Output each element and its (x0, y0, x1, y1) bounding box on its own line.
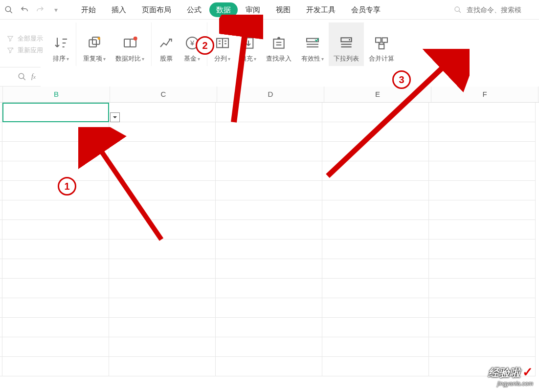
chevron-down-icon: ▾ (254, 56, 256, 62)
reapply-button[interactable]: 重新应用 (6, 46, 43, 55)
watermark: 经验啦✓ jingyanla.com (488, 365, 533, 387)
svg-rect-19 (273, 39, 284, 48)
duplicates-button[interactable]: 重复项▾ (78, 22, 111, 66)
menu-dropdown-icon[interactable]: ▾ (48, 2, 64, 18)
dropdownlist-button[interactable]: 下拉列表 (329, 22, 364, 66)
watermark-url: jingyanla.com (488, 380, 533, 387)
refresh-funnel-icon (6, 47, 15, 54)
chevron-down-icon: ▾ (321, 56, 324, 62)
cell-dropdown-toggle[interactable] (110, 112, 120, 122)
tab-devtools[interactable]: 开发工具 (298, 0, 343, 20)
chevron-down-icon: ▾ (228, 56, 230, 62)
formula-bar: fx (0, 67, 539, 87)
chevron-down-icon: ▾ (103, 56, 106, 62)
svg-point-6 (98, 37, 100, 40)
spreadsheet-grid[interactable] (0, 103, 539, 376)
compare-icon (122, 34, 138, 52)
fill-label: 填充 (240, 54, 253, 63)
dropdownlist-label: 下拉列表 (334, 54, 359, 63)
command-search-input[interactable] (466, 5, 536, 14)
validation-button[interactable]: 有效性▾ (296, 22, 329, 66)
watermark-title: 经验啦 (488, 367, 520, 379)
annotation-step-1: 1 (58, 177, 76, 196)
validation-label: 有效性 (301, 54, 320, 63)
menubar: ▾ 开始 插入 页面布局 公式 数据 审阅 视图 开发工具 会员专享 (0, 0, 539, 20)
svg-line-3 (459, 11, 461, 13)
formula-input[interactable] (41, 67, 539, 87)
lookup-button[interactable]: 查找录入 (261, 22, 296, 66)
search-zoom-icon[interactable] (1, 2, 17, 18)
tab-formula[interactable]: 公式 (179, 0, 209, 20)
svg-line-1 (10, 11, 12, 13)
redo-icon[interactable] (32, 2, 48, 18)
fx-icon[interactable]: fx (31, 73, 36, 81)
tab-review[interactable]: 审阅 (238, 0, 268, 20)
consolidate-button[interactable]: 合并计算 (364, 22, 399, 66)
annotation-step-2: 2 (196, 36, 214, 55)
stock-label: 股票 (160, 54, 173, 63)
svg-point-0 (5, 6, 11, 12)
chevron-down-icon: ▾ (198, 56, 200, 62)
datacompare-label: 数据对比 (115, 54, 141, 63)
sort-button[interactable]: 排序▾ (48, 22, 76, 66)
stock-icon (158, 34, 174, 52)
command-search[interactable] (454, 5, 539, 14)
dropdownlist-icon (338, 34, 354, 52)
svg-point-33 (19, 73, 24, 79)
textsplit-label: 分列 (214, 54, 227, 63)
checkmark-icon: ✓ (522, 365, 533, 379)
lookup-icon (271, 34, 287, 52)
menu-tabs: 开始 插入 页面布局 公式 数据 审阅 视图 开发工具 会员专享 (73, 0, 388, 20)
svg-point-9 (133, 37, 137, 41)
duplicates-label: 重复项 (83, 54, 102, 63)
datacompare-button[interactable]: 数据对比▾ (111, 22, 152, 66)
column-headers: B C D E F (0, 87, 539, 103)
svg-rect-30 (379, 44, 384, 49)
svg-rect-28 (376, 38, 381, 42)
zoom-icon[interactable] (18, 72, 26, 81)
annotation-step-3: 3 (392, 70, 411, 89)
show-all-button[interactable]: 全部显示 (6, 34, 43, 43)
chevron-down-icon: ▾ (67, 56, 69, 62)
svg-rect-7 (124, 39, 130, 47)
svg-line-34 (23, 78, 25, 80)
tab-pagelayout[interactable]: 页面布局 (134, 0, 179, 20)
fund-label: 基金 (184, 54, 197, 63)
col-header-e[interactable]: E (324, 87, 431, 102)
validation-icon (305, 34, 320, 52)
search-icon (454, 6, 462, 14)
tab-start[interactable]: 开始 (73, 0, 104, 20)
ribbon-filter-group: 全部显示 重新应用 (4, 22, 48, 66)
col-header-b[interactable]: B (3, 87, 110, 102)
duplicates-icon (87, 34, 102, 52)
sort-icon (53, 34, 69, 52)
app-frame: ▾ 开始 插入 页面布局 公式 数据 审阅 视图 开发工具 会员专享 全部显示 (0, 0, 539, 392)
svg-point-2 (455, 7, 459, 11)
fill-icon (241, 34, 256, 52)
col-header-d[interactable]: D (217, 87, 324, 102)
fill-button[interactable]: 填充▾ (235, 22, 261, 66)
tab-insert[interactable]: 插入 (104, 0, 134, 20)
chevron-down-icon: ▾ (142, 56, 144, 62)
consolidate-label: 合并计算 (369, 54, 394, 63)
consolidate-icon (374, 34, 389, 52)
tab-view[interactable]: 视图 (268, 0, 298, 20)
svg-text:¥: ¥ (189, 39, 194, 47)
stock-button[interactable]: 股票 (154, 22, 179, 66)
reapply-label: 重新应用 (18, 46, 43, 55)
tab-data[interactable]: 数据 (209, 2, 238, 17)
undo-icon[interactable] (17, 2, 32, 18)
funnel-icon (6, 35, 15, 42)
col-header-f[interactable]: F (431, 87, 539, 102)
split-icon (215, 34, 230, 52)
col-header-c[interactable]: C (110, 87, 217, 102)
lookup-label: 查找录入 (266, 54, 292, 63)
sort-label: 排序 (53, 54, 66, 63)
tab-member[interactable]: 会员专享 (343, 0, 388, 20)
svg-rect-29 (382, 38, 387, 42)
show-all-label: 全部显示 (18, 34, 43, 43)
ribbon: 全部显示 重新应用 排序▾ 重复项▾ 数据对比▾ (0, 20, 539, 67)
